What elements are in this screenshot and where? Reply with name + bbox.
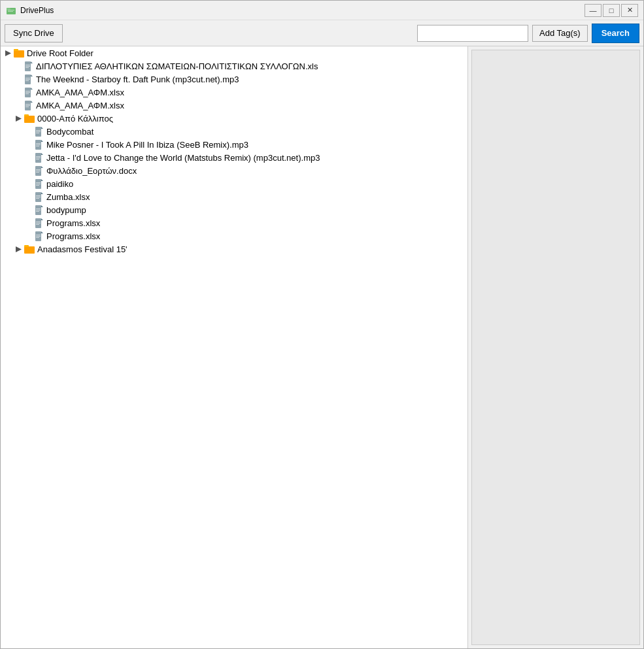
svg-rect-24 [25,104,30,105]
svg-rect-14 [25,78,30,78]
close-button[interactable]: ✕ [621,4,638,17]
maximize-button[interactable]: □ [603,4,620,17]
minimize-button[interactable]: — [585,4,602,17]
svg-rect-39 [36,146,39,146]
file-icon [35,139,44,150]
file-icon [35,231,44,241]
file-icon [35,165,44,176]
svg-rect-62 [36,208,41,209]
svg-rect-53 [36,184,41,184]
svg-rect-49 [36,172,39,173]
add-tag-button[interactable]: Add Tag(s) [532,25,588,42]
list-item[interactable]: ▶ Zumba.xlsx [1,190,467,203]
svg-rect-58 [36,197,41,197]
item-label: ΑΜΚΑ_ΑΜΑ_ΑΦΜ.xlsx [36,88,124,97]
sync-drive-button[interactable]: Sync Drive [5,24,63,42]
title-bar: DrivePlus — □ ✕ [1,1,643,20]
svg-rect-28 [24,116,35,123]
file-icon [24,87,33,97]
svg-rect-74 [36,237,39,238]
search-input[interactable] [417,25,528,42]
svg-rect-37 [36,143,41,144]
svg-rect-67 [36,222,41,222]
file-icon [35,152,44,163]
item-label: Bodycombat [46,127,93,137]
svg-rect-44 [36,159,39,159]
app-window: DrivePlus — □ ✕ Sync Drive Add Tag(s) Se… [0,0,644,649]
svg-marker-46 [41,166,43,168]
svg-rect-38 [36,144,41,145]
folder-open-icon [14,48,24,58]
main-content: Drive Root Folder ▶ ΔΙΠΛΟΤΥΠΙΕΣ ΑΘΛΗΤΙΚΩ… [1,46,643,648]
list-item[interactable]: ▶ Jetta - I'd Love to Change the World (… [1,151,467,164]
file-icon [35,126,44,137]
svg-rect-47 [36,169,41,170]
item-label: Drive Root Folder [27,48,93,58]
preview-panel [471,50,640,645]
list-item[interactable]: ▶ ΑΜΚΑ_ΑΜΑ_ΑΦΜ.xlsx [1,86,467,99]
svg-marker-13 [31,75,33,76]
svg-marker-75 [16,246,22,252]
folder-open-icon [24,244,35,254]
list-item[interactable]: Drive Root Folder [1,46,467,59]
file-icon [35,178,44,189]
svg-rect-59 [36,198,39,199]
svg-rect-72 [36,235,41,235]
svg-rect-2 [8,10,14,10]
svg-rect-73 [36,236,41,237]
file-icon [35,205,44,215]
list-item[interactable]: ▶ The Weeknd - Starboy ft. Daft Punk (mp… [1,73,467,86]
list-item[interactable]: ▶ ΔΙΠΛΟΤΥΠΙΕΣ ΑΘΛΗΤΙΚΩΝ ΣΩΜΑΤΕΙΩΝ-ΠΟΛΙΤΙ… [1,59,467,73]
svg-marker-66 [41,218,43,220]
folder-open-icon [24,114,35,123]
svg-marker-61 [41,205,43,207]
file-icon [24,61,33,71]
svg-rect-34 [36,133,39,133]
file-icon [24,100,33,110]
search-button[interactable]: Search [592,24,639,43]
svg-rect-69 [36,224,39,225]
file-tree-panel: Drive Root Folder ▶ ΔΙΠΛΟΤΥΠΙΕΣ ΑΘΛΗΤΙΚΩ… [1,46,468,648]
svg-rect-11 [25,67,29,68]
list-item[interactable]: ▶ Programs.xlsx [1,229,467,242]
expand-icon [3,48,12,58]
app-icon [6,5,16,16]
svg-marker-4 [5,50,11,56]
list-item[interactable]: ▶ ΑΜΚΑ_ΑΜΑ_ΑΦΜ.xlsx [1,99,467,112]
list-item[interactable]: 0000-Από Κάλλιπος [1,112,467,125]
item-label: bodypump [46,205,86,215]
list-item[interactable]: ▶ bodypump [1,203,467,216]
expand-icon [14,114,23,123]
svg-marker-51 [41,179,43,181]
svg-marker-71 [41,231,43,233]
svg-rect-19 [25,91,30,92]
list-item[interactable]: ▶ Bodycombat [1,125,467,138]
svg-rect-77 [24,245,29,247]
svg-rect-29 [24,114,29,116]
list-item[interactable]: ▶ Mike Posner - I Took A Pill In Ibiza (… [1,138,467,151]
item-label: Jetta - I'd Love to Change the World (Ma… [46,153,320,163]
svg-rect-57 [36,195,41,196]
svg-rect-10 [25,66,30,67]
svg-rect-25 [25,105,30,106]
item-label: Programs.xlsx [46,218,100,228]
list-item[interactable]: ▶ paidiko [1,177,467,190]
svg-marker-31 [41,127,43,129]
list-item[interactable]: Anadasmos Festival 15' [1,242,467,256]
svg-rect-42 [36,156,41,157]
svg-rect-20 [25,92,30,93]
svg-marker-23 [31,101,33,103]
svg-rect-63 [36,210,41,210]
list-item[interactable]: ▶ Φυλλάδιο_Εορτών.docx [1,164,467,177]
item-label: 0000-Από Κάλλιπος [37,114,113,124]
item-label: Zumba.xlsx [46,192,90,202]
expand-icon [14,244,23,254]
svg-rect-6 [14,49,18,51]
svg-marker-18 [31,88,33,90]
item-label: The Weeknd - Starboy ft. Daft Punk (mp3c… [36,75,239,84]
svg-rect-9 [25,65,30,65]
svg-rect-64 [36,211,39,212]
svg-marker-8 [31,61,33,63]
app-title: DrivePlus [20,6,585,15]
list-item[interactable]: ▶ Programs.xlsx [1,216,467,229]
